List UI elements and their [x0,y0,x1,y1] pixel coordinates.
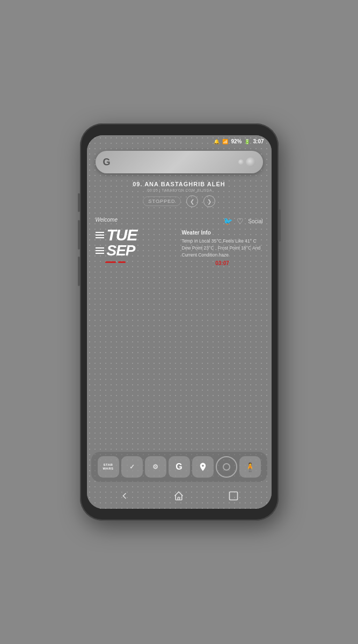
line-3 [96,237,104,238]
right-panel: 🐦 ♡ Social Weater Info Temp In Local 35°… [182,217,263,332]
search-dots [238,157,255,167]
weather-title: Weater Info [182,230,263,236]
phone-device: 🔔 📶 92% 🔋 3:07 G 09. ANA BA [80,123,279,521]
dot-small [238,159,244,165]
red-dash-1 [105,261,116,263]
app-dock: STARWARS ✓ ⚙ G 🧍 [91,452,267,482]
home-button[interactable] [171,488,186,503]
song-meta: .00:05 | TABABYON.COM_ELISSA [96,188,263,192]
search-bar[interactable]: G [96,151,263,173]
left-panel: Welcome TUE [96,217,177,332]
volume-button [279,209,281,241]
svg-rect-0 [229,492,237,500]
red-dash-2 [118,261,126,263]
phone-screen: 🔔 📶 92% 🔋 3:07 G 09. ANA BA [87,135,272,509]
google-app-icon[interactable]: G [169,456,190,478]
line-2 [96,235,104,236]
clock-row-bottom: SEP [96,243,177,258]
wifi-icon: 📶 [222,139,228,144]
weather-description: Temp In Local 35°C,Feels Like 41° C Dew … [182,238,263,258]
middle-section: Welcome TUE [87,213,272,336]
social-section: 🐦 ♡ Social [182,217,263,225]
heart-icon[interactable]: ♡ [237,217,244,225]
welcome-text: Welcome [96,217,177,223]
starwars-app-icon[interactable]: STARWARS [98,456,119,478]
social-label: Social [248,218,262,224]
recents-button[interactable] [226,488,241,503]
line-5 [96,250,104,251]
clock-logo: TUE SEP [96,227,177,258]
camera-app-icon[interactable] [216,456,237,478]
clock-day: TUE [107,227,137,243]
power-button [78,193,80,212]
back-button[interactable] [117,488,132,503]
music-widget: 09. ANA BASTAGHRIB ALEH .00:05 | TABABYO… [96,181,263,207]
stopped-button[interactable]: STOPPED [143,196,181,206]
clock-month: SEP [107,243,135,258]
status-icons: 🔔 📶 92% 🔋 3:07 [214,138,264,144]
prev-button[interactable]: ❮ [186,195,198,207]
nav-bar [87,484,272,509]
alarm-icon: 🔔 [214,139,220,144]
screen-content: 🔔 📶 92% 🔋 3:07 G 09. ANA BA [87,135,272,509]
dot-large [246,157,255,167]
maps-app-icon[interactable] [192,456,214,478]
music-controls: STOPPED ❮ ❯ [96,195,263,207]
spacer [87,336,272,452]
clock-widget: TUE SEP [96,227,177,332]
line-1 [96,232,104,233]
clock-row-top: TUE [96,227,177,243]
weather-time: 03:07 [182,260,263,266]
person-app-icon[interactable]: 🧍 [239,456,261,478]
weather-section: Weater Info Temp In Local 35°C,Feels Lik… [182,230,263,332]
line-6 [96,253,104,254]
line-4 [96,247,104,248]
battery-percent: 92% [231,138,242,144]
volume-up-button [78,220,80,250]
settings-app-icon[interactable]: ⚙ [145,456,166,478]
battery-icon: 🔋 [244,139,250,144]
volume-down-button [78,257,80,286]
clock-lines-top [96,232,104,238]
song-title: 09. ANA BASTAGHRIB ALEH [96,181,263,187]
tasks-app-icon[interactable]: ✓ [121,456,143,478]
google-logo: G [103,157,111,168]
status-bar: 🔔 📶 92% 🔋 3:07 [87,135,272,147]
red-dashes [105,261,177,263]
twitter-icon[interactable]: 🐦 [223,217,232,225]
clock-time: 3:07 [253,138,264,144]
clock-lines-bottom [96,247,104,254]
next-button[interactable]: ❯ [203,195,215,207]
